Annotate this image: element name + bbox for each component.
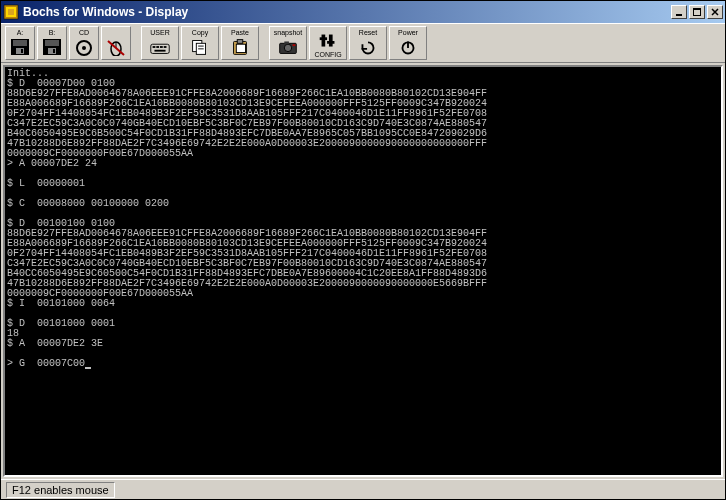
floppy-b-icon <box>40 37 64 57</box>
console-line: 0000009CF0000000F00E67D000055AA <box>7 149 719 159</box>
snapshot-button[interactable]: snapshot <box>269 26 307 60</box>
cdrom-button[interactable]: CD <box>69 26 99 60</box>
toolbar-button-label: B: <box>49 28 56 37</box>
reset-icon <box>356 37 380 57</box>
user-icon <box>148 37 172 57</box>
mouse-button[interactable] <box>101 26 131 60</box>
console-line: $ A 00007DE2 3E <box>7 339 719 349</box>
svg-rect-37 <box>329 35 333 47</box>
svg-rect-23 <box>164 46 167 48</box>
toolbar-button-label: CD <box>79 28 89 37</box>
power-icon <box>396 37 420 57</box>
toolbar-button-label: Paste <box>231 28 249 37</box>
floppy-a-icon <box>8 37 32 57</box>
titlebar-buttons <box>671 5 723 19</box>
toolbar-button-label: A: <box>17 28 24 37</box>
svg-point-33 <box>284 44 291 51</box>
reset-button[interactable]: Reset <box>349 26 387 60</box>
power-button[interactable]: Power <box>389 26 427 60</box>
toolbar-button-label: Copy <box>192 28 208 37</box>
svg-rect-3 <box>676 14 682 16</box>
copy-button[interactable]: Copy <box>181 26 219 60</box>
svg-rect-35 <box>293 44 296 46</box>
status-text: F12 enables mouse <box>6 482 115 498</box>
console-line: > G 00007C00 <box>7 359 719 369</box>
console-line: 18 <box>7 329 719 339</box>
toolbar-button-sublabel: CONFIG <box>314 50 341 59</box>
console-line: $ D 00101000 0001 <box>7 319 719 329</box>
toolbar-button-label: USER <box>150 28 169 37</box>
floppy-a-button[interactable]: A: <box>5 26 35 60</box>
toolbar-button-label: Reset <box>359 28 377 37</box>
copy-icon <box>188 37 212 57</box>
svg-rect-34 <box>284 41 289 44</box>
console-line: > A 00007DE2 24 <box>7 159 719 169</box>
paste-icon <box>228 37 252 57</box>
app-icon <box>3 4 19 20</box>
maximize-button[interactable] <box>689 5 705 19</box>
svg-rect-7 <box>13 40 27 46</box>
cursor <box>85 360 91 369</box>
svg-rect-19 <box>151 44 169 53</box>
svg-rect-39 <box>327 41 334 44</box>
application-window: Bochs for Windows - Display A:B:CDUSERCo… <box>0 0 726 500</box>
mouse-icon <box>104 37 128 57</box>
svg-rect-31 <box>236 44 245 52</box>
toolbar: A:B:CDUSERCopyPastesnapshotCONFIGResetPo… <box>1 23 725 63</box>
svg-rect-24 <box>154 50 165 52</box>
toolbar-button-label: snapshot <box>274 28 302 37</box>
cdrom-icon <box>72 37 96 57</box>
statusbar: F12 enables mouse <box>1 479 725 499</box>
snapshot-icon <box>276 37 300 57</box>
svg-rect-36 <box>322 35 326 47</box>
svg-rect-5 <box>693 8 701 10</box>
svg-rect-22 <box>160 46 163 48</box>
svg-point-15 <box>82 46 86 50</box>
svg-rect-11 <box>45 40 59 46</box>
minimize-button[interactable] <box>671 5 687 19</box>
toolbar-button-label: Power <box>398 28 418 37</box>
config-icon <box>316 32 340 50</box>
close-button[interactable] <box>707 5 723 19</box>
console-output[interactable]: Init...$ D 00007D00 010088D6E927FFE8AD00… <box>3 65 723 477</box>
window-title: Bochs for Windows - Display <box>23 5 671 19</box>
user-button[interactable]: USER <box>141 26 179 60</box>
console-line <box>7 169 719 179</box>
console-line: $ C 00008000 00100000 0200 <box>7 199 719 209</box>
svg-rect-38 <box>320 37 327 40</box>
svg-rect-20 <box>153 46 156 48</box>
svg-rect-9 <box>21 49 23 53</box>
titlebar[interactable]: Bochs for Windows - Display <box>1 1 725 23</box>
config-button[interactable]: CONFIG <box>309 26 347 60</box>
console-line <box>7 349 719 359</box>
svg-rect-30 <box>237 40 243 44</box>
svg-rect-2 <box>8 9 14 15</box>
console-line: $ I 00101000 0064 <box>7 299 719 309</box>
svg-rect-13 <box>53 49 55 53</box>
paste-button[interactable]: Paste <box>221 26 259 60</box>
floppy-b-button[interactable]: B: <box>37 26 67 60</box>
console-line: $ L 00000001 <box>7 179 719 189</box>
svg-rect-21 <box>156 46 159 48</box>
